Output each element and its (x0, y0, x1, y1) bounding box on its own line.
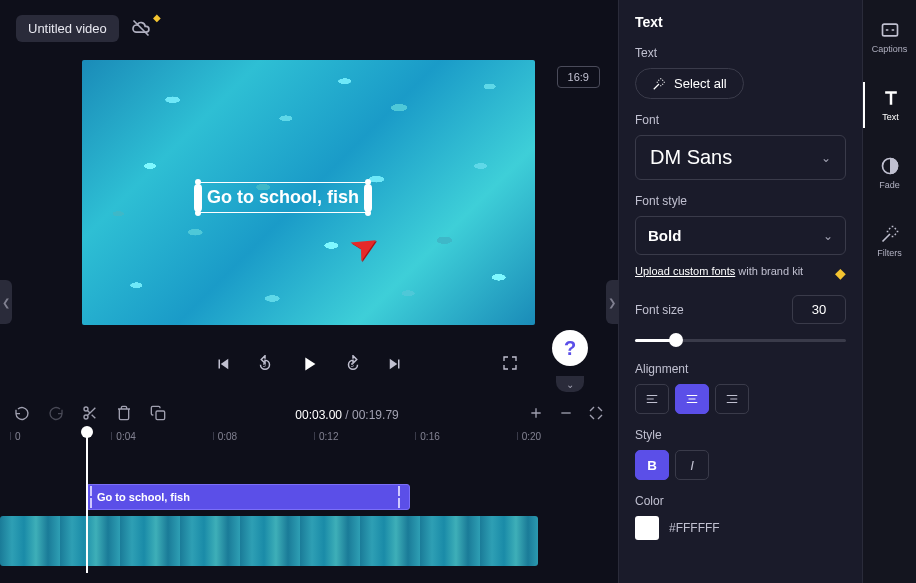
corner-handle[interactable] (365, 210, 371, 216)
aspect-ratio-badge[interactable]: 16:9 (557, 66, 600, 88)
diamond-icon: ◆ (153, 12, 161, 23)
text-icon (881, 88, 901, 108)
sidebar-item-filters[interactable]: Filters (863, 218, 916, 264)
timecode-display: 00:03.00 / 00:19.79 (295, 408, 398, 422)
align-right-button[interactable] (715, 384, 749, 414)
svg-text:5: 5 (263, 362, 266, 368)
text-overlay[interactable]: Go to school, fish (198, 182, 368, 213)
canvas-area: 16:9 Go to school, fish ➤ 5 5 (0, 56, 618, 391)
color-swatch[interactable] (635, 516, 659, 540)
upload-fonts-note: Upload custom fonts with brand kit ◆ (635, 265, 846, 281)
filters-icon (880, 224, 900, 244)
wand-icon (652, 77, 666, 91)
chevron-down-icon: ⌄ (823, 229, 833, 243)
fontsize-label: Font size (635, 303, 684, 317)
fade-icon (880, 156, 900, 176)
color-label: Color (635, 494, 846, 508)
forward-5-icon[interactable]: 5 (344, 355, 362, 377)
upload-fonts-link[interactable]: Upload custom fonts (635, 265, 735, 277)
video-clip[interactable] (0, 516, 538, 566)
captions-icon (880, 20, 900, 40)
fontstyle-selector[interactable]: Bold⌄ (635, 216, 846, 255)
skip-start-icon[interactable] (214, 355, 232, 377)
svg-point-3 (84, 407, 88, 411)
text-label: Text (635, 46, 846, 60)
slider-thumb[interactable] (669, 333, 683, 347)
clip-label: Go to school, fish (97, 491, 190, 503)
collapse-timeline-icon[interactable]: ⌄ (556, 376, 584, 392)
fontsize-slider[interactable] (635, 332, 846, 348)
svg-rect-5 (156, 411, 165, 420)
playhead[interactable] (86, 428, 88, 573)
ruler-tick: 0:20 (517, 432, 618, 440)
scissors-icon[interactable] (82, 405, 98, 425)
corner-handle[interactable] (195, 210, 201, 216)
text-clip[interactable]: Go to school, fish (86, 484, 410, 510)
resize-handle-left[interactable] (194, 184, 202, 212)
zoom-in-icon[interactable] (528, 405, 544, 425)
rewind-5-icon[interactable]: 5 (256, 355, 274, 377)
play-button[interactable] (298, 353, 320, 379)
ruler-tick: 0 (10, 432, 111, 440)
skip-end-icon[interactable] (386, 355, 404, 377)
redo-icon[interactable] (48, 405, 64, 425)
fullscreen-icon[interactable] (502, 355, 518, 375)
svg-rect-6 (882, 24, 897, 36)
svg-text:5: 5 (351, 362, 354, 368)
font-label: Font (635, 113, 846, 127)
ruler-tick: 0:04 (111, 432, 212, 440)
font-selector[interactable]: DM Sans⌄ (635, 135, 846, 180)
overlay-text: Go to school, fish (207, 187, 359, 207)
panel-expand-left[interactable]: ❮ (0, 280, 12, 324)
clip-trim-right[interactable] (398, 485, 406, 509)
sidebar-item-fade[interactable]: Fade (863, 150, 916, 196)
ruler-tick: 0:12 (314, 432, 415, 440)
sidebar-item-text[interactable]: Text (863, 82, 916, 128)
timeline-ruler[interactable]: 0 0:04 0:08 0:12 0:16 0:20 (0, 432, 618, 452)
diamond-icon: ◆ (835, 265, 846, 281)
zoom-fit-icon[interactable] (588, 405, 604, 425)
project-title[interactable]: Untitled video (16, 15, 119, 42)
clip-trim-left[interactable] (90, 485, 98, 509)
bold-button[interactable]: B (635, 450, 669, 480)
ruler-tick: 0:16 (415, 432, 516, 440)
panel-heading: Text (635, 14, 846, 30)
cloud-sync-icon[interactable]: ◆ (131, 18, 151, 38)
properties-panel: Text Text Select all Font DM Sans⌄ Font … (618, 0, 862, 583)
undo-icon[interactable] (14, 405, 30, 425)
panel-expand-right[interactable]: ❯ (606, 280, 618, 324)
zoom-out-icon[interactable] (558, 405, 574, 425)
alignment-label: Alignment (635, 362, 846, 376)
video-preview[interactable]: Go to school, fish ➤ (82, 60, 535, 325)
right-sidebar: Captions Text Fade Filters (862, 0, 916, 583)
transport-controls: 5 5 (0, 341, 618, 391)
align-center-button[interactable] (675, 384, 709, 414)
svg-point-4 (84, 415, 88, 419)
chevron-down-icon: ⌄ (821, 151, 831, 165)
trash-icon[interactable] (116, 405, 132, 425)
corner-handle[interactable] (365, 179, 371, 185)
style-label: Style (635, 428, 846, 442)
help-button[interactable]: ? (552, 330, 588, 366)
corner-handle[interactable] (195, 179, 201, 185)
italic-button[interactable]: I (675, 450, 709, 480)
sidebar-item-captions[interactable]: Captions (863, 14, 916, 60)
align-left-button[interactable] (635, 384, 669, 414)
ruler-tick: 0:08 (213, 432, 314, 440)
select-all-button[interactable]: Select all (635, 68, 744, 99)
resize-handle-right[interactable] (364, 184, 372, 212)
fontsize-input[interactable] (792, 295, 846, 324)
timeline-toolbar: 00:03.00 / 00:19.79 (0, 398, 618, 432)
fontstyle-label: Font style (635, 194, 846, 208)
duplicate-icon[interactable] (150, 405, 166, 425)
color-value: #FFFFFF (669, 521, 720, 535)
